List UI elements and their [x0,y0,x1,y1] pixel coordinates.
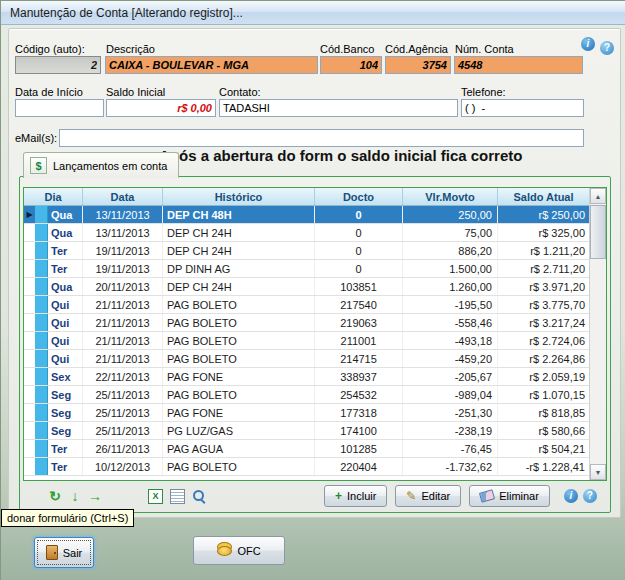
cell-data[interactable]: 20/11/2013 [83,278,163,295]
cell-historico[interactable]: DP DINH AG [163,260,315,277]
num-conta-field[interactable] [454,56,583,74]
arrow-right-icon[interactable]: → [87,489,103,503]
cell-saldo-atual[interactable]: r$ 2.711,20 [498,260,590,277]
cell-historico[interactable]: PAG FONE [163,368,315,385]
table-row[interactable]: Qui21/11/2013PAG BOLETO217540-195,50r$ 3… [24,296,606,314]
cell-vlr-movto[interactable]: -558,46 [403,314,498,331]
col-header-data[interactable]: Data [83,188,163,205]
cell-saldo-atual[interactable]: r$ 1.070,15 [498,386,590,403]
cell-docto[interactable]: 211001 [315,332,403,349]
cell-historico[interactable]: PAG FONE [163,404,315,421]
cell-dia[interactable]: Seg [48,422,83,439]
cell-data[interactable]: 25/11/2013 [83,422,163,439]
refresh-icon[interactable]: ↻ [47,489,63,503]
cell-data[interactable]: 25/11/2013 [83,404,163,421]
export-excel-icon[interactable]: X [148,489,163,504]
cell-dia[interactable]: Qui [48,350,83,367]
table-row[interactable]: Qui21/11/2013PAG BOLETO211001-493,18r$ 2… [24,332,606,350]
cell-vlr-movto[interactable]: -493,18 [403,332,498,349]
cell-vlr-movto[interactable]: 75,00 [403,224,498,241]
search-icon[interactable] [192,489,206,503]
incluir-button[interactable]: + Incluir [324,485,387,507]
table-row[interactable]: Qua20/11/2013DEP CH 24H1038511.260,00r$ … [24,278,606,296]
cell-saldo-atual[interactable]: r$ 3.775,70 [498,296,590,313]
table-row[interactable]: Seg25/11/2013PAG FONE177318-251,30r$ 818… [24,404,606,422]
cell-historico[interactable]: DEP CH 24H [163,242,315,259]
table-row[interactable]: Seg25/11/2013PAG BOLETO254532-989,04r$ 1… [24,386,606,404]
cell-vlr-movto[interactable]: -238,19 [403,422,498,439]
table-row[interactable]: Ter19/11/2013DP DINH AG01.500,00r$ 2.711… [24,260,606,278]
cell-historico[interactable]: PG LUZ/GAS [163,422,315,439]
cell-saldo-atual[interactable]: r$ 3.217,24 [498,314,590,331]
arrow-down-icon[interactable]: ↓ [67,489,83,503]
cell-historico[interactable]: DEP CH 24H [163,278,315,295]
cell-saldo-atual[interactable]: r$ 2.724,06 [498,332,590,349]
cell-historico[interactable]: PAG BOLETO [163,350,315,367]
table-row[interactable]: Sex22/11/2013PAG FONE338937-205,67r$ 2.0… [24,368,606,386]
cell-data[interactable]: 19/11/2013 [83,260,163,277]
cell-vlr-movto[interactable]: -205,67 [403,368,498,385]
cell-dia[interactable]: Ter [48,440,83,457]
cell-historico[interactable]: PAG AGUA [163,440,315,457]
cell-vlr-movto[interactable]: 1.500,00 [403,260,498,277]
help-icon[interactable]: ? [600,41,614,55]
cell-saldo-atual[interactable]: r$ 250,00 [498,206,590,223]
contato-field[interactable] [219,99,458,117]
cell-docto[interactable]: 220404 [315,458,403,475]
cell-docto[interactable]: 338937 [315,368,403,385]
cell-docto[interactable]: 0 [315,242,403,259]
table-row[interactable]: Qui21/11/2013PAG BOLETO219063-558,46r$ 3… [24,314,606,332]
cell-dia[interactable]: Qui [48,314,83,331]
cell-data[interactable]: 21/11/2013 [83,296,163,313]
cell-data[interactable]: 19/11/2013 [83,242,163,259]
cell-docto[interactable]: 0 [315,206,403,223]
cell-docto[interactable]: 0 [315,260,403,277]
cell-dia[interactable]: Qua [48,278,83,295]
cell-data[interactable]: 21/11/2013 [83,314,163,331]
table-row[interactable]: Qui21/11/2013PAG BOLETO214715-459,20r$ 2… [24,350,606,368]
title-bar[interactable]: Manutenção de Conta [Alterando registro]… [1,1,625,25]
table-row[interactable]: Ter26/11/2013PAG AGUA101285-76,45r$ 504,… [24,440,606,458]
col-header-vlr-movto[interactable]: Vlr.Movto [403,188,498,205]
cell-data[interactable]: 25/11/2013 [83,386,163,403]
grid-info-icon[interactable]: i [564,489,578,503]
cell-saldo-atual[interactable]: r$ 504,21 [498,440,590,457]
table-row[interactable]: Ter19/11/2013DEP CH 24H0886,20r$ 1.211,2… [24,242,606,260]
cell-historico[interactable]: PAG BOLETO [163,314,315,331]
cell-saldo-atual[interactable]: r$ 580,66 [498,422,590,439]
cell-historico[interactable]: PAG BOLETO [163,296,315,313]
cell-vlr-movto[interactable]: -1.732,62 [403,458,498,475]
cell-docto[interactable]: 254532 [315,386,403,403]
cell-dia[interactable]: Qui [48,296,83,313]
cell-dia[interactable]: Qua [48,206,83,223]
cod-banco-field[interactable] [320,56,382,74]
table-row[interactable]: Seg25/11/2013PG LUZ/GAS174100-238,19r$ 5… [24,422,606,440]
cell-vlr-movto[interactable]: -989,04 [403,386,498,403]
cell-historico[interactable]: PAG BOLETO [163,386,315,403]
email-field[interactable] [59,129,584,147]
cell-saldo-atual[interactable]: r$ 1.211,20 [498,242,590,259]
cell-vlr-movto[interactable]: -76,45 [403,440,498,457]
info-icon[interactable]: i [581,37,595,51]
cell-historico[interactable]: PAG BOLETO [163,458,315,475]
cell-vlr-movto[interactable]: -459,20 [403,350,498,367]
eliminar-button[interactable]: Eliminar [469,485,550,507]
scroll-down-icon[interactable]: ▼ [590,464,606,480]
editar-button[interactable]: ✎ Editar [395,485,461,507]
cell-dia[interactable]: Sex [48,368,83,385]
cod-agencia-field[interactable] [385,56,451,74]
cell-vlr-movto[interactable]: 250,00 [403,206,498,223]
cell-dia[interactable]: Ter [48,458,83,475]
cell-saldo-atual[interactable]: r$ 325,00 [498,224,590,241]
cell-docto[interactable]: 217540 [315,296,403,313]
cell-data[interactable]: 26/11/2013 [83,440,163,457]
cell-dia[interactable]: Qui [48,332,83,349]
cell-docto[interactable]: 214715 [315,350,403,367]
scrollbar-thumb[interactable] [590,205,606,259]
cell-vlr-movto[interactable]: 1.260,00 [403,278,498,295]
cell-docto[interactable]: 177318 [315,404,403,421]
table-row[interactable]: Ter10/12/2013PAG BOLETO220404-1.732,62-r… [24,458,606,476]
cell-data[interactable]: 10/12/2013 [83,458,163,475]
sair-button[interactable]: Sair [34,537,94,568]
cell-saldo-atual[interactable]: r$ 3.971,20 [498,278,590,295]
